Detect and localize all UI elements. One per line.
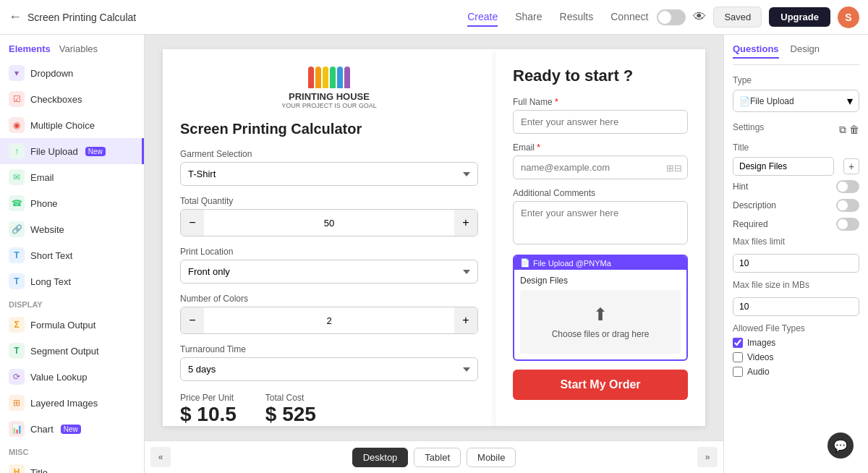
- upgrade-button[interactable]: Upgrade: [769, 7, 830, 27]
- settings-tab-questions[interactable]: Questions: [733, 43, 779, 59]
- delete-button[interactable]: 🗑: [849, 124, 859, 136]
- file-upload-icon: ↑: [9, 143, 25, 159]
- email-input[interactable]: [513, 155, 688, 179]
- audio-checkbox[interactable]: [733, 367, 743, 377]
- phone-icon: ☎: [9, 195, 25, 211]
- sidebar-item-segment-output[interactable]: T Segment Output: [0, 338, 144, 364]
- sidebar-item-label: Multiple Choice: [30, 120, 95, 131]
- sidebar-item-label: Email: [30, 172, 54, 183]
- description-toggle[interactable]: [836, 199, 859, 212]
- videos-label[interactable]: Videos: [747, 352, 773, 362]
- settings-section: Settings ⧉ 🗑 Title + Hint Description: [733, 122, 859, 377]
- sidebar-item-value-lookup[interactable]: ⟳ Value Lookup: [0, 364, 144, 390]
- price-unit-item: Price Per Unit $ 10.5: [180, 393, 237, 426]
- sidebar-tab-variables[interactable]: Variables: [59, 43, 98, 54]
- turnaround-label: Turnaround Time: [180, 344, 478, 354]
- file-upload-title: Design Files: [520, 276, 681, 286]
- sidebar-item-dropdown[interactable]: ▾ Dropdown: [0, 60, 144, 86]
- sidebar-item-layered-images[interactable]: ⊞ Layered Images: [0, 390, 144, 416]
- saved-button[interactable]: Saved: [713, 7, 762, 27]
- images-label[interactable]: Images: [747, 338, 775, 348]
- value-lookup-icon: ⟳: [9, 369, 25, 385]
- required-toggle[interactable]: [836, 218, 859, 231]
- email-input-wrapper: ⊞⊟: [513, 155, 688, 179]
- full-name-input[interactable]: [513, 110, 688, 134]
- sidebar-item-phone[interactable]: ☎ Phone: [0, 190, 144, 216]
- main-area: Elements Variables ▾ Dropdown ☑ Checkbox…: [0, 35, 868, 473]
- videos-checkbox-row: Videos: [733, 352, 859, 362]
- sidebar-item-website[interactable]: 🔗 Website: [0, 216, 144, 242]
- comments-input[interactable]: [513, 201, 688, 244]
- tab-create[interactable]: Create: [467, 8, 498, 27]
- sidebar-item-formula-output[interactable]: Σ Formula Output: [0, 312, 144, 338]
- start-button[interactable]: Start My Order: [513, 370, 688, 400]
- stripe-3: [323, 67, 328, 88]
- sidebar-item-title[interactable]: H Title: [0, 459, 144, 473]
- sidebar-item-file-upload[interactable]: ↑ File Upload New: [0, 138, 144, 164]
- hint-toggle-knob: [838, 182, 848, 192]
- sidebar-item-short-text[interactable]: T Short Text: [0, 242, 144, 268]
- tab-connect[interactable]: Connect: [610, 8, 648, 27]
- avatar: S: [838, 7, 859, 28]
- max-size-input[interactable]: [733, 297, 859, 316]
- quantity-value[interactable]: [204, 218, 454, 229]
- quantity-decrement[interactable]: −: [181, 210, 204, 236]
- colors-decrement[interactable]: −: [181, 307, 204, 333]
- type-select-icon: 📄: [739, 96, 750, 106]
- images-checkbox[interactable]: [733, 338, 743, 348]
- stripe-6: [344, 67, 350, 88]
- tab-results[interactable]: Results: [560, 8, 594, 27]
- logo: PRINTING HOUSE YOUR PROJECT IS OUR GOAL: [281, 67, 376, 109]
- turnaround-select[interactable]: 5 days: [180, 357, 478, 381]
- sidebar-section-tabs: Elements Variables: [0, 41, 144, 60]
- title-input[interactable]: [733, 157, 834, 176]
- sidebar-item-long-text[interactable]: T Long Text: [0, 268, 144, 294]
- settings-tabs: Questions Design: [733, 43, 859, 65]
- back-button[interactable]: ←: [9, 9, 22, 25]
- title-label: Title: [733, 142, 859, 153]
- long-text-icon: T: [9, 273, 25, 289]
- sidebar-item-label: Segment Output: [30, 346, 99, 357]
- mobile-button[interactable]: Mobile: [467, 448, 516, 467]
- next-arrow[interactable]: »: [697, 447, 718, 467]
- copy-button[interactable]: ⧉: [839, 124, 846, 136]
- colors-value[interactable]: [204, 315, 454, 326]
- prev-arrow[interactable]: «: [150, 447, 171, 467]
- sidebar-item-label: Checkboxes: [30, 94, 82, 105]
- sidebar-item-chart[interactable]: 📊 Chart New: [0, 416, 144, 442]
- title-add-button[interactable]: +: [843, 158, 859, 174]
- garment-select[interactable]: T-Shirt: [180, 162, 478, 186]
- topbar-right: 👁 Saved Upgrade S: [657, 7, 859, 28]
- hint-toggle[interactable]: [836, 180, 859, 193]
- sidebar-item-label: Title: [30, 467, 48, 474]
- hint-label: Hint: [733, 182, 748, 192]
- toggle-switch[interactable]: [657, 9, 686, 25]
- quantity-increment[interactable]: +: [454, 210, 477, 236]
- price-unit-value: $ 10.5: [180, 403, 237, 426]
- desktop-button[interactable]: Desktop: [352, 448, 409, 467]
- videos-checkbox[interactable]: [733, 352, 743, 362]
- type-select[interactable]: 📄 File Upload ▾: [733, 90, 859, 112]
- location-label: Print Location: [180, 247, 478, 257]
- file-drop-area[interactable]: ⬆ Choose files or drag here: [520, 290, 681, 354]
- location-select[interactable]: Front only: [180, 260, 478, 284]
- audio-label[interactable]: Audio: [747, 367, 770, 377]
- file-upload-content: Design Files ⬆ Choose files or drag here: [514, 270, 686, 359]
- max-files-input[interactable]: [733, 254, 859, 273]
- sidebar-tab-elements[interactable]: Elements: [9, 43, 51, 54]
- file-icon: 📄: [520, 258, 530, 268]
- sidebar-item-email[interactable]: ✉ Email: [0, 164, 144, 190]
- sidebar-item-multiple-choice[interactable]: ◉ Multiple Choice: [0, 112, 144, 138]
- multiple-choice-icon: ◉: [9, 117, 25, 133]
- email-required-star: *: [537, 142, 540, 153]
- chat-bubble[interactable]: 💬: [827, 432, 854, 459]
- colors-increment[interactable]: +: [454, 307, 477, 333]
- sidebar-item-checkboxes[interactable]: ☑ Checkboxes: [0, 86, 144, 112]
- logo-main-text: PRINTING HOUSE: [281, 91, 376, 102]
- file-upload-header-text: File Upload @PNYMa: [533, 259, 611, 268]
- tablet-button[interactable]: Tablet: [414, 448, 461, 467]
- settings-tab-design[interactable]: Design: [791, 43, 820, 59]
- tab-share[interactable]: Share: [515, 8, 542, 27]
- preview-button[interactable]: 👁: [693, 9, 706, 25]
- description-label: Description: [733, 200, 776, 210]
